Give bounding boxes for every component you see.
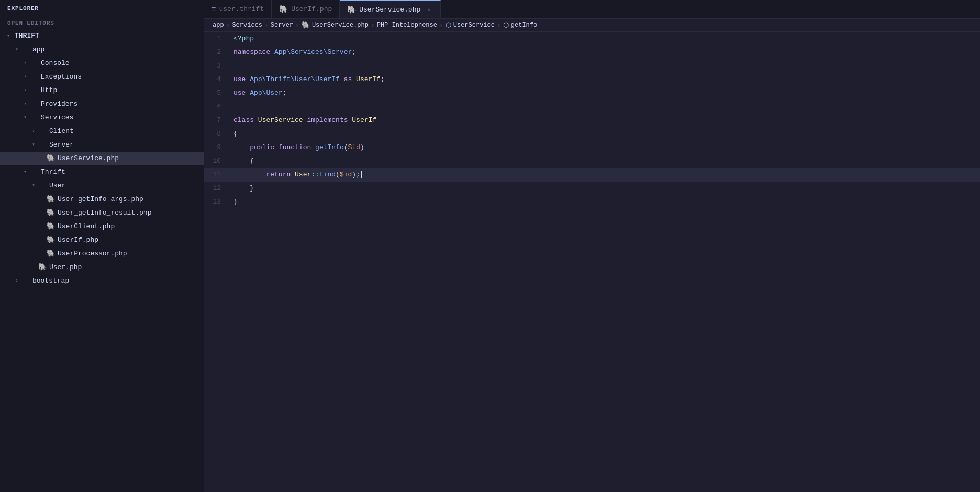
- sidebar-item-label: Thrift: [41, 166, 65, 178]
- sidebar-item-console[interactable]: › Console: [0, 57, 204, 70]
- php-icon: 🐘: [46, 154, 55, 163]
- sidebar-item-label: bootstrap: [32, 275, 69, 287]
- sidebar-item-user-php[interactable]: › 🐘 User.php: [0, 261, 204, 274]
- sidebar-item-label: Server: [49, 139, 74, 151]
- sidebar-item-label: Http: [41, 85, 57, 96]
- sidebar-group-thrift[interactable]: ▾ THRIFT: [0, 29, 204, 43]
- php-icon: 🐘: [279, 5, 288, 14]
- chevron-icon: ›: [21, 59, 29, 68]
- folder-icon: [29, 72, 39, 82]
- sidebar-item-label: app: [32, 44, 44, 55]
- sidebar-item-app[interactable]: ▾ app: [0, 43, 204, 57]
- tab-userservice-php[interactable]: 🐘 UserService.php ✕: [340, 0, 441, 18]
- sidebar-item-user-getinfo-result[interactable]: › 🐘 User_getInfo_result.php: [0, 206, 204, 220]
- sidebar-item-label: Exceptions: [41, 71, 82, 83]
- code-line: 7 class UserService implements UserIf: [204, 114, 980, 127]
- line-number: 11: [204, 168, 231, 182]
- line-content: }: [231, 182, 980, 195]
- sidebar-item-userprocessor-php[interactable]: › 🐘 UserProcessor.php: [0, 247, 204, 261]
- sidebar-item-label: UserIf.php: [58, 234, 98, 246]
- line-content: {: [231, 154, 980, 168]
- sidebar-item-server[interactable]: ▾ Server: [0, 138, 204, 152]
- code-line: 9 public function getInfo($id): [204, 141, 980, 154]
- line-content: <?php: [231, 32, 980, 46]
- method-icon: ⬡: [503, 21, 509, 29]
- folder-icon: [21, 276, 30, 286]
- chevron-icon: ›: [21, 73, 29, 81]
- folder-icon: [21, 45, 30, 54]
- tab-label: UserService.php: [359, 6, 420, 14]
- line-content: public function getInfo($id): [231, 141, 980, 154]
- folder-icon: [29, 59, 39, 68]
- sidebar-item-userservice-php[interactable]: › 🐘 UserService.php: [0, 152, 204, 165]
- folder-icon: [29, 99, 39, 109]
- chevron-icon: ›: [21, 100, 29, 108]
- folder-icon: [29, 113, 39, 122]
- sidebar-item-label: User_getInfo_args.php: [58, 194, 143, 205]
- code-line: 3: [204, 59, 980, 73]
- sidebar-item-label: User_getInfo_result.php: [58, 207, 151, 219]
- php-icon: 🐘: [46, 195, 55, 204]
- php-icon: 🐘: [46, 208, 55, 218]
- sidebar-item-exceptions[interactable]: › Exceptions: [0, 70, 204, 84]
- sidebar-item-bootstrap[interactable]: › bootstrap: [0, 274, 204, 288]
- breadcrumb-sep: ›: [439, 21, 443, 29]
- code-line: 5 use App\User;: [204, 86, 980, 100]
- chevron-icon: ›: [29, 127, 38, 136]
- code-editor[interactable]: 1 <?php 2 namespace App\Services\Server;…: [204, 32, 980, 492]
- folder-icon: [29, 86, 39, 95]
- breadcrumb-getinfo: getInfo: [511, 21, 537, 29]
- tab-close-button[interactable]: ✕: [425, 5, 433, 14]
- sidebar-item-client[interactable]: › Client: [0, 125, 204, 138]
- code-line: 10 {: [204, 154, 980, 168]
- breadcrumb-sep: ›: [264, 21, 269, 29]
- sidebar-item-label: UserProcessor.php: [58, 248, 127, 260]
- line-content: namespace App\Services\Server;: [231, 46, 980, 59]
- sidebar: EXPLORER OPEN EDITORS ▾ THRIFT ▾ app › C…: [0, 0, 204, 492]
- chevron-icon: ▾: [4, 32, 13, 40]
- tab-user-thrift[interactable]: ≡ user.thrift: [204, 0, 272, 18]
- breadcrumb: app › Services › Server › 🐘 UserService.…: [204, 19, 980, 32]
- sidebar-item-userif-php[interactable]: › 🐘 UserIf.php: [0, 233, 204, 247]
- line-content: use App\User;: [231, 86, 980, 100]
- chevron-icon: ›: [13, 277, 21, 285]
- line-content: class UserService implements UserIf: [231, 114, 980, 127]
- tab-userif-php[interactable]: 🐘 UserIf.php: [272, 0, 340, 18]
- sidebar-item-label: User: [49, 180, 65, 192]
- php-icon: 🐘: [38, 263, 47, 272]
- tab-label: UserIf.php: [291, 5, 332, 13]
- sidebar-item-thrift[interactable]: ▾ Thrift: [0, 165, 204, 179]
- chevron-icon: ›: [21, 86, 29, 95]
- line-content: }: [231, 195, 980, 209]
- sidebar-item-label: Console: [41, 58, 70, 69]
- breadcrumb-userservice-class: UserService: [453, 21, 495, 29]
- sidebar-item-label: Client: [49, 126, 74, 137]
- php-icon: 🐘: [302, 21, 310, 29]
- tab-label: user.thrift: [219, 5, 264, 13]
- php-icon: 🐘: [347, 5, 356, 14]
- folder-icon: [38, 127, 47, 136]
- chevron-icon: ▾: [21, 168, 29, 176]
- sidebar-item-user-getinfo-args[interactable]: › 🐘 User_getInfo_args.php: [0, 193, 204, 206]
- line-number: 3: [204, 59, 231, 73]
- line-number: 13: [204, 195, 231, 209]
- line-number: 4: [204, 73, 231, 86]
- sidebar-item-userclient-php[interactable]: › 🐘 UserClient.php: [0, 220, 204, 233]
- thrift-root-label: THRIFT: [15, 30, 39, 42]
- code-line: 12 }: [204, 182, 980, 195]
- sidebar-item-http[interactable]: › Http: [0, 84, 204, 97]
- folder-icon: [38, 140, 47, 150]
- sidebar-item-label: Providers: [41, 98, 77, 110]
- sidebar-item-label: Services: [41, 112, 73, 124]
- sidebar-item-label: UserService.php: [58, 153, 119, 164]
- chevron-icon: ▾: [13, 46, 21, 54]
- sidebar-item-providers[interactable]: › Providers: [0, 97, 204, 111]
- breadcrumb-sep: ›: [226, 21, 230, 29]
- line-number: 12: [204, 182, 231, 195]
- line-number: 9: [204, 141, 231, 154]
- line-number: 1: [204, 32, 231, 46]
- sidebar-item-services[interactable]: ▾ Services: [0, 111, 204, 125]
- breadcrumb-app: app: [213, 21, 224, 29]
- line-number: 6: [204, 100, 231, 114]
- sidebar-item-user-folder[interactable]: ▾ User: [0, 179, 204, 193]
